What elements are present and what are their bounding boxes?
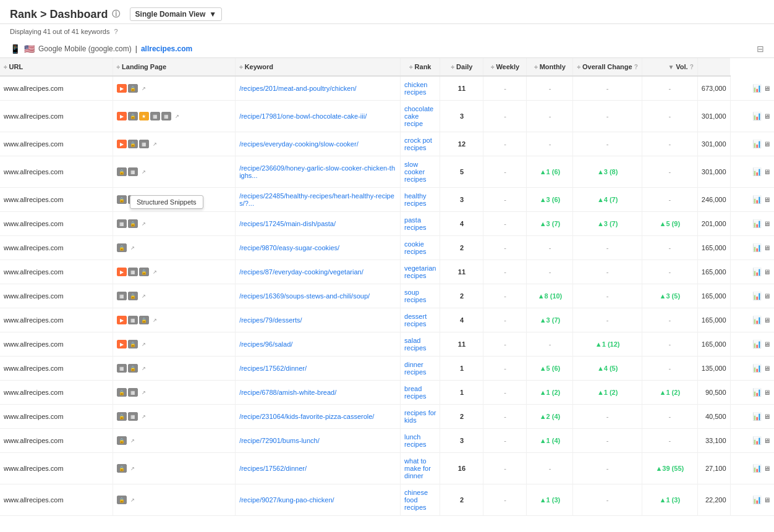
landing-page-cell[interactable]: /recipe/72901/bums-lunch/: [236, 429, 401, 453]
monitor-icon[interactable]: 🖥: [763, 365, 770, 372]
bar-chart-icon[interactable]: 📊: [752, 112, 762, 120]
monitor-icon[interactable]: 🖥: [763, 413, 770, 420]
bar-chart-icon[interactable]: 📊: [752, 316, 762, 324]
rank-column-header[interactable]: ÷Rank: [401, 58, 440, 76]
play-icon[interactable]: ▶: [117, 340, 127, 348]
play-icon[interactable]: ▶: [117, 268, 127, 276]
external-link-icon[interactable]: ↗: [139, 292, 149, 300]
lock-icon[interactable]: 🔒: [117, 412, 127, 421]
bar-chart-icon[interactable]: 📊: [752, 195, 762, 204]
external-link-icon[interactable]: ↗: [139, 84, 149, 93]
bar-chart-icon[interactable]: 📊: [752, 243, 762, 252]
landing-page-cell[interactable]: /recipes/17562/dinner/: [236, 453, 401, 484]
keyword-cell[interactable]: recipes for kids: [401, 405, 440, 429]
keyword-cell[interactable]: dinner recipes: [401, 357, 440, 381]
keyword-cell[interactable]: slow cooker recipes: [401, 156, 440, 188]
monitor-icon[interactable]: 🖥: [763, 112, 770, 120]
bar-chart-icon[interactable]: 📊: [752, 412, 762, 421]
monitor-icon[interactable]: 🖥: [763, 465, 770, 472]
play-icon[interactable]: ▶: [117, 316, 127, 324]
monitor-icon[interactable]: 🖥: [763, 496, 770, 504]
grid-icon[interactable]: ▦: [128, 412, 138, 421]
keyword-cell[interactable]: cookie recipes: [401, 236, 440, 260]
monitor-icon[interactable]: 🖥: [763, 316, 770, 324]
grid-icon[interactable]: ▦: [139, 140, 149, 148]
external-link-icon[interactable]: ↗: [139, 219, 149, 228]
url-column-header[interactable]: ÷URL: [0, 58, 113, 76]
keyword-cell[interactable]: crock pot recipes: [401, 132, 440, 156]
external-link-icon[interactable]: ↗: [150, 316, 160, 324]
grid-icon[interactable]: ▦: [117, 364, 127, 373]
filter-icon[interactable]: ⊟: [757, 44, 764, 54]
external-link-icon[interactable]: ↗: [139, 388, 149, 397]
lock-icon[interactable]: 🔒: [117, 496, 127, 504]
lock-icon[interactable]: 🔒: [128, 340, 138, 348]
external-link-icon[interactable]: ↗: [128, 496, 138, 504]
grid-icon[interactable]: ▦: [128, 268, 138, 276]
landing-page-cell[interactable]: /recipe/231064/kids-favorite-pizza-casse…: [236, 405, 401, 429]
lock-icon[interactable]: 🔒: [117, 243, 127, 252]
keyword-cell[interactable]: dessert recipes: [401, 308, 440, 332]
lock-icon[interactable]: 🔒: [128, 292, 138, 300]
bar-chart-icon[interactable]: 📊: [752, 496, 762, 504]
bar-chart-icon[interactable]: 📊: [752, 219, 762, 228]
grid-icon[interactable]: ▦: [150, 112, 160, 120]
monthly-column-header[interactable]: ÷Monthly: [527, 58, 573, 76]
external-link-icon[interactable]: ↗: [150, 268, 160, 276]
external-link-icon[interactable]: ↗: [139, 167, 149, 176]
bar-chart-icon[interactable]: 📊: [752, 340, 762, 348]
lock-icon[interactable]: 🔒: [117, 436, 127, 445]
landing-page-column-header[interactable]: ÷Landing Page: [113, 58, 236, 76]
lock-icon[interactable]: 🔒: [117, 464, 127, 473]
landing-page-cell[interactable]: /recipes/87/everyday-cooking/vegetarian/: [236, 260, 401, 284]
bar-chart-icon[interactable]: 📊: [752, 436, 762, 445]
monitor-icon[interactable]: 🖥: [763, 292, 770, 300]
keyword-column-header[interactable]: ÷Keyword: [236, 58, 401, 76]
bar-chart-icon[interactable]: 📊: [752, 84, 762, 93]
keyword-cell[interactable]: bread recipes: [401, 381, 440, 405]
landing-page-cell[interactable]: /recipe/236609/honey-garlic-slow-cooker-…: [236, 156, 401, 188]
star-icon[interactable]: ★: [139, 112, 149, 120]
lock-icon[interactable]: 🔒: [117, 195, 127, 204]
play-icon[interactable]: ▶: [117, 112, 127, 120]
external-link-icon[interactable]: ↗: [139, 364, 149, 373]
landing-page-cell[interactable]: /recipes/16369/soups-stews-and-chili/sou…: [236, 284, 401, 308]
lock-icon[interactable]: 🔒: [117, 167, 127, 176]
keyword-cell[interactable]: lunch recipes: [401, 429, 440, 453]
monitor-icon[interactable]: 🖥: [763, 244, 770, 251]
external-link-icon[interactable]: ↗: [139, 412, 149, 421]
keyword-cell[interactable]: vegetarian recipes: [401, 260, 440, 284]
keyword-cell[interactable]: soup recipes: [401, 284, 440, 308]
landing-page-cell[interactable]: /recipes/17245/main-dish/pasta/: [236, 212, 401, 236]
play-icon[interactable]: ▶: [117, 140, 127, 148]
landing-page-cell[interactable]: /recipes/201/meat-and-poultry/chicken/: [236, 76, 401, 101]
external-link-icon[interactable]: ↗: [128, 243, 138, 252]
keyword-cell[interactable]: healthy recipes: [401, 188, 440, 212]
monitor-icon[interactable]: 🖥: [763, 268, 770, 276]
keyword-cell[interactable]: chocolate cake recipe: [401, 101, 440, 132]
monitor-icon[interactable]: 🖥: [763, 168, 770, 175]
landing-page-cell[interactable]: /recipes/79/desserts/: [236, 308, 401, 332]
grid-icon[interactable]: ▦: [128, 388, 138, 397]
help-icon[interactable]: ?: [114, 28, 118, 35]
landing-page-cell[interactable]: /recipes/22485/healthy-recipes/heart-hea…: [236, 188, 401, 212]
external-link-icon[interactable]: ↗: [150, 140, 160, 148]
monitor-icon[interactable]: 🖥: [763, 437, 770, 444]
lock-icon[interactable]: 🔒: [117, 388, 127, 397]
vol-column-header[interactable]: ▼Vol.?: [642, 58, 697, 76]
external-link-icon[interactable]: ↗: [128, 464, 138, 473]
monitor-icon[interactable]: 🖥: [763, 140, 770, 148]
daily-column-header[interactable]: ÷Daily: [440, 58, 483, 76]
external-link-icon[interactable]: ↗: [172, 112, 182, 120]
landing-page-cell[interactable]: /recipe/6788/amish-white-bread/: [236, 381, 401, 405]
landing-page-cell[interactable]: /recipe/9870/easy-sugar-cookies/: [236, 236, 401, 260]
monitor-icon[interactable]: 🖥: [763, 340, 770, 348]
overall-change-column-header[interactable]: ÷Overall Change?: [573, 58, 642, 76]
landing-page-cell[interactable]: /recipe/9027/kung-pao-chicken/: [236, 484, 401, 516]
lock-icon[interactable]: 🔒: [128, 219, 138, 228]
landing-page-cell[interactable]: /recipes/everyday-cooking/slow-cooker/: [236, 132, 401, 156]
view-selector[interactable]: Single Domain View ▼: [130, 7, 223, 21]
bar-chart-icon[interactable]: 📊: [752, 364, 762, 373]
lock-icon[interactable]: 🔒: [139, 316, 149, 324]
bar-chart-icon[interactable]: 📊: [752, 388, 762, 397]
